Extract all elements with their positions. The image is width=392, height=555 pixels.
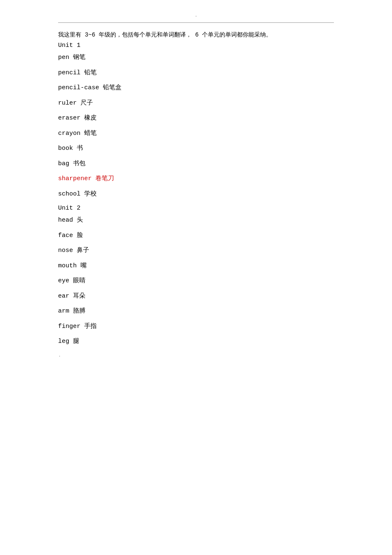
top-dot: . xyxy=(58,12,334,18)
vocab-english: ruler xyxy=(58,100,77,107)
vocab-english: arm xyxy=(58,308,69,315)
vocab-chinese: 书 xyxy=(77,145,83,152)
vocab-chinese: 腿 xyxy=(73,338,79,345)
vocab-separator xyxy=(99,84,103,91)
vocab-chinese: 头 xyxy=(77,217,83,224)
vocab-english: leg xyxy=(58,338,69,345)
vocab-item: school 学校 xyxy=(58,190,334,199)
vocab-english: crayon xyxy=(58,130,80,137)
vocab-chinese: 铅笔盒 xyxy=(103,84,122,91)
vocab-chinese: 铅笔 xyxy=(84,69,97,76)
vocab-separator xyxy=(80,191,84,198)
vocab-chinese: 蜡笔 xyxy=(84,130,97,137)
vocab-item: sharpener 卷笔刀 xyxy=(58,174,334,184)
vocab-separator xyxy=(69,277,73,284)
vocab-english: head xyxy=(58,217,73,224)
vocab-item: book 书 xyxy=(58,144,334,154)
vocab-item: head 头 xyxy=(58,216,334,225)
vocab-separator xyxy=(69,338,73,345)
vocab-chinese: 嘴 xyxy=(80,262,87,269)
vocab-item: eraser 橡皮 xyxy=(58,114,334,123)
vocab-chinese: 眼睛 xyxy=(73,277,85,284)
vocab-item: leg 腿 xyxy=(58,337,334,347)
vocab-item: arm 胳膊 xyxy=(58,307,334,316)
vocab-chinese: 尺子 xyxy=(80,100,93,107)
vocab-separator xyxy=(69,160,73,167)
vocab-english: finger xyxy=(58,323,80,330)
vocab-english: bag xyxy=(58,160,69,167)
vocab-item: pen 钢笔 xyxy=(58,53,334,63)
vocab-english: eraser xyxy=(58,115,80,122)
top-divider xyxy=(58,22,334,23)
vocab-english: nose xyxy=(58,247,73,254)
vocab-item: bag 书包 xyxy=(58,159,334,169)
vocab-chinese: 耳朵 xyxy=(73,293,85,300)
vocab-english: ear xyxy=(58,293,69,300)
vocab-separator xyxy=(69,293,73,300)
vocab-separator xyxy=(73,217,77,224)
vocab-separator xyxy=(80,115,84,122)
vocab-english: school xyxy=(58,191,80,198)
vocab-separator xyxy=(92,175,95,182)
vocab-english: book xyxy=(58,145,73,152)
footer-dot: . xyxy=(58,352,334,358)
vocab-separator xyxy=(80,323,84,330)
vocab-separator xyxy=(69,54,73,61)
vocab-separator xyxy=(80,69,84,76)
vocab-chinese: 卷笔刀 xyxy=(95,175,114,182)
vocab-separator xyxy=(73,145,77,152)
vocab-item: ear 耳朵 xyxy=(58,292,334,301)
units-container: Unit 1pen 钢笔pencil 铅笔pencil-case 铅笔盒rule… xyxy=(58,42,334,347)
vocab-item: finger 手指 xyxy=(58,322,334,332)
vocab-separator xyxy=(73,247,77,254)
vocab-separator xyxy=(77,100,80,107)
vocab-item: ruler 尺子 xyxy=(58,99,334,108)
page-container: . 我这里有 3~6 年级的，包括每个单元和单词翻译， 6 个单元的单词都你能采… xyxy=(0,0,392,555)
vocab-chinese: 钢笔 xyxy=(73,54,85,61)
vocab-item: eye 眼睛 xyxy=(58,276,334,286)
vocab-item: pencil-case 铅笔盒 xyxy=(58,83,334,93)
vocab-english: eye xyxy=(58,277,69,284)
vocab-english: sharpener xyxy=(58,175,92,182)
vocab-chinese: 胳膊 xyxy=(73,308,85,315)
intro-text: 我这里有 3~6 年级的，包括每个单元和单词翻译， 6 个单元的单词都你能采纳。 xyxy=(58,30,334,39)
vocab-item: crayon 蜡笔 xyxy=(58,129,334,139)
vocab-english: mouth xyxy=(58,262,77,269)
vocab-chinese: 橡皮 xyxy=(84,115,97,122)
vocab-item: mouth 嘴 xyxy=(58,262,334,271)
vocab-english: pen xyxy=(58,54,69,61)
vocab-separator xyxy=(73,232,77,239)
vocab-separator xyxy=(77,262,80,269)
vocab-english: pencil-case xyxy=(58,84,99,91)
vocab-item: nose 鼻子 xyxy=(58,246,334,256)
unit-header-unit2: Unit 2 xyxy=(58,205,334,212)
vocab-english: face xyxy=(58,232,73,239)
vocab-chinese: 手指 xyxy=(84,323,97,330)
vocab-chinese: 脸 xyxy=(77,232,83,239)
vocab-item: face 脸 xyxy=(58,231,334,241)
vocab-english: pencil xyxy=(58,69,80,76)
vocab-chinese: 鼻子 xyxy=(77,247,89,254)
vocab-separator xyxy=(80,130,84,137)
vocab-item: pencil 铅笔 xyxy=(58,68,334,78)
unit-header-unit1: Unit 1 xyxy=(58,42,334,49)
vocab-separator xyxy=(69,308,73,315)
vocab-chinese: 学校 xyxy=(84,191,97,198)
vocab-chinese: 书包 xyxy=(73,160,85,167)
